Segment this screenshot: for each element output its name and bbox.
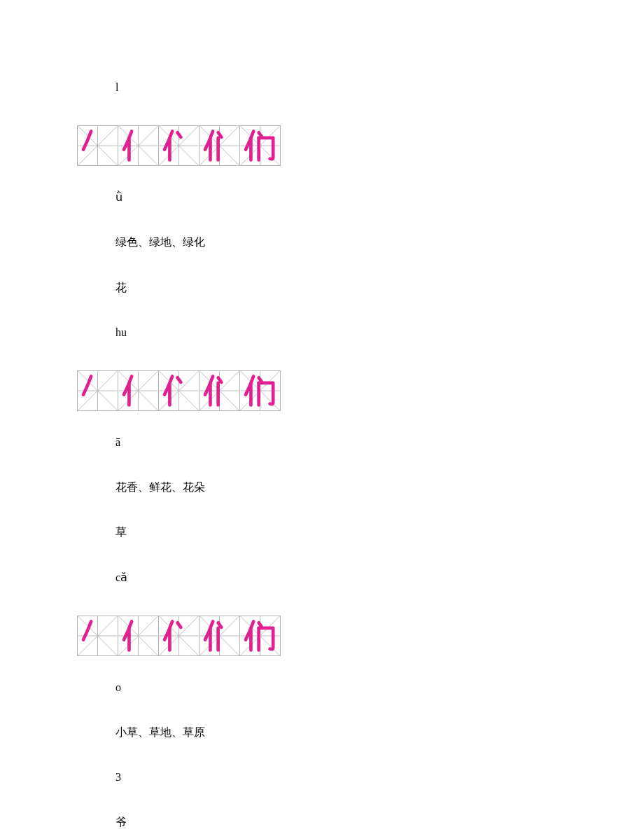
stroke-cell [159, 125, 200, 166]
stroke-glyph-icon [159, 126, 199, 165]
stroke-cell [240, 125, 281, 166]
stroke-glyph-icon [78, 126, 118, 165]
stroke-glyph-icon [118, 126, 158, 165]
stroke-glyph-icon [118, 371, 158, 410]
text-line: 3 [115, 770, 644, 784]
stroke-cell [78, 370, 118, 411]
stroke-glyph-icon [78, 616, 118, 655]
text-line: 爷 [115, 815, 644, 828]
stroke-glyph-icon [159, 371, 199, 410]
stroke-glyph-icon [200, 126, 239, 165]
text-line: 花香、鲜花、花朵 [115, 480, 644, 494]
stroke-cell [200, 616, 240, 656]
text-line: l [115, 81, 644, 94]
page-content: l ǜ 绿色、绿地、绿化 花 hu ā 花香、鲜花、花朵 草 cǎ o 小草、草… [0, 0, 644, 834]
text-line: ā [115, 436, 644, 449]
text-line: hu [115, 326, 644, 339]
text-line: o [115, 681, 644, 694]
stroke-cell [118, 370, 159, 411]
stroke-order-diagram [77, 616, 644, 656]
stroke-glyph-icon [200, 371, 239, 410]
stroke-glyph-icon [78, 371, 118, 410]
stroke-glyph-icon [240, 616, 280, 655]
stroke-glyph-icon [159, 616, 199, 655]
stroke-cell [200, 125, 240, 166]
stroke-cell [118, 616, 159, 656]
stroke-order-diagram [77, 125, 644, 166]
stroke-cell [200, 370, 240, 411]
text-line: 绿色、绿地、绿化 [115, 235, 644, 249]
text-line: 小草、草地、草原 [115, 725, 644, 739]
stroke-glyph-icon [240, 371, 280, 410]
stroke-glyph-icon [240, 126, 280, 165]
stroke-cell [159, 616, 200, 656]
text-line: cǎ [115, 571, 644, 584]
stroke-glyph-icon [118, 616, 158, 655]
stroke-glyph-icon [200, 616, 239, 655]
stroke-cell [240, 616, 281, 656]
stroke-cell [78, 125, 118, 166]
stroke-cell [78, 616, 118, 656]
stroke-cell [159, 370, 200, 411]
stroke-order-diagram [77, 370, 644, 411]
text-line: 草 [115, 525, 644, 538]
text-line: 花 [115, 281, 644, 294]
stroke-cell [240, 370, 281, 411]
stroke-cell [118, 125, 159, 166]
text-line: ǜ [115, 190, 644, 204]
